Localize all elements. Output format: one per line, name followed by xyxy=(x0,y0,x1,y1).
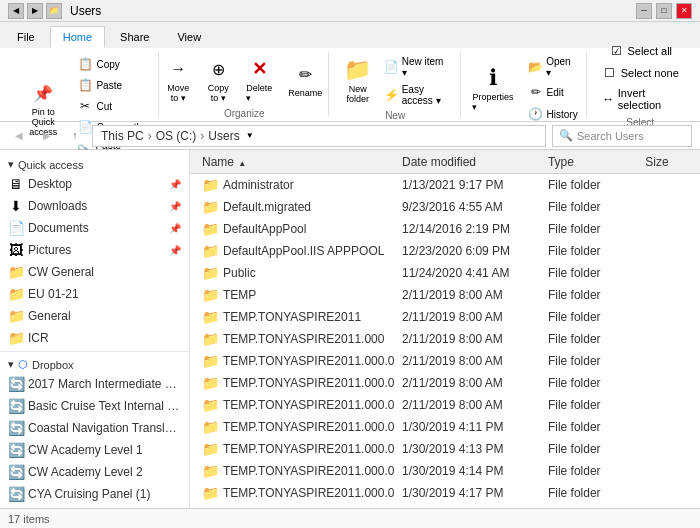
edit-icon: ✏ xyxy=(528,84,544,100)
invert-selection-btn[interactable]: ↔ Invert selection xyxy=(597,85,685,113)
pin-icon-desktop: 📌 xyxy=(169,179,181,190)
easy-access-btn[interactable]: ⚡ Easy access ▾ xyxy=(379,82,452,108)
tab-view[interactable]: View xyxy=(164,26,214,48)
properties-btn[interactable]: ℹ Properties ▾ xyxy=(465,63,520,115)
tab-home[interactable]: Home xyxy=(50,26,105,48)
file-name-cell: 📁TEMP.TONYASPIRE2011.000.001.002.003… xyxy=(194,485,394,501)
table-row[interactable]: 📁DefaultAppPool12/14/2016 2:19 PMFile fo… xyxy=(190,218,700,240)
table-row[interactable]: 📁TEMP.TONYASPIRE2011.000.001.002.003…1/3… xyxy=(190,438,700,460)
sidebar-item-cw-general[interactable]: 📁 CW General xyxy=(0,261,189,283)
new-folder-btn[interactable]: 📁 Newfolder xyxy=(339,55,377,107)
tab-file[interactable]: File xyxy=(4,26,48,48)
select-all-btn[interactable]: ☑ Select all xyxy=(603,41,677,61)
path-this-pc: This PC xyxy=(101,129,144,143)
window-back-btn[interactable]: ◀ xyxy=(8,3,24,19)
copy-to-icon: ⊕ xyxy=(206,57,230,81)
delete-btn[interactable]: ✕ Delete ▾ xyxy=(239,54,279,106)
select-none-btn[interactable]: ☐ Select none xyxy=(597,63,684,83)
copy-btn[interactable]: 📋 Copy xyxy=(72,54,149,74)
table-row[interactable]: 📁Public11/24/2020 4:41 AMFile folder xyxy=(190,262,700,284)
file-type-cell: File folder xyxy=(540,244,637,258)
file-name: TEMP.TONYASPIRE2011.000 xyxy=(223,332,384,346)
table-row[interactable]: 📁TEMP.TONYASPIRE2011.000.001.002.003…1/3… xyxy=(190,504,700,508)
table-row[interactable]: 📁Administrator1/13/2021 9:17 PMFile fold… xyxy=(190,174,700,196)
file-name-cell: 📁DefaultAppPool.IIS APPPOOL xyxy=(194,243,394,259)
folder-icon: 📁 xyxy=(202,177,219,193)
sidebar-item-pictures[interactable]: 🖼 Pictures 📌 xyxy=(0,239,189,261)
file-name-cell: 📁TEMP.TONYASPIRE2011.000.001 xyxy=(194,353,394,369)
sidebar-item-desktop[interactable]: 🖥 Desktop 📌 xyxy=(0,173,189,195)
table-row[interactable]: 📁TEMP.TONYASPIRE2011.000.0012/11/2019 8:… xyxy=(190,350,700,372)
dropbox-header[interactable]: ▾ ⬡ Dropbox xyxy=(0,354,189,373)
dropbox-item-icon-3: 🔄 xyxy=(8,442,24,458)
table-row[interactable]: 📁TEMP.TONYASPIRE2011.000.001.002.003…1/3… xyxy=(190,460,700,482)
table-row[interactable]: 📁DefaultAppPool.IIS APPPOOL12/23/2020 6:… xyxy=(190,240,700,262)
window-forward-btn[interactable]: ▶ xyxy=(27,3,43,19)
sidebar-item-dropbox-1[interactable]: 🔄 Basic Cruise Text Internal Review… xyxy=(0,395,189,417)
sidebar-item-dropbox-2[interactable]: 🔄 Coastal Navigation Translation xyxy=(0,417,189,439)
col-type[interactable]: Type xyxy=(540,155,637,169)
table-row[interactable]: 📁TEMP.TONYASPIRE20112/11/2019 8:00 AMFil… xyxy=(190,306,700,328)
cw-general-icon: 📁 xyxy=(8,264,24,280)
sidebar-item-dropbox-0[interactable]: 🔄 2017 March Intermediate Nav Ex… xyxy=(0,373,189,395)
folder-icon: 📁 xyxy=(202,199,219,215)
general-icon: 📁 xyxy=(8,308,24,324)
dropbox-item-icon-4: 🔄 xyxy=(8,464,24,480)
file-type-cell: File folder xyxy=(540,310,637,324)
sidebar-item-icr[interactable]: 📁 ICR xyxy=(0,327,189,349)
nav-forward-btn[interactable]: ▶ xyxy=(36,125,58,147)
move-to-btn[interactable]: → Moveto ▾ xyxy=(159,54,197,106)
sidebar-item-dropbox-3[interactable]: 🔄 CW Academy Level 1 xyxy=(0,439,189,461)
sidebar-item-documents[interactable]: 📄 Documents 📌 xyxy=(0,217,189,239)
table-row[interactable]: 📁TEMP2/11/2019 8:00 AMFile folder xyxy=(190,284,700,306)
sidebar-item-dropbox-4[interactable]: 🔄 CW Academy Level 2 xyxy=(0,461,189,483)
paste-btn[interactable]: 📋 Paste xyxy=(72,75,149,95)
open-icon: 📂 xyxy=(528,59,544,75)
file-name-cell: 📁Default.migrated xyxy=(194,199,394,215)
sidebar-divider-1 xyxy=(0,351,189,352)
copy-icon: 📋 xyxy=(77,56,93,72)
file-name-cell: 📁Administrator xyxy=(194,177,394,193)
window-icon: 📁 xyxy=(46,3,62,19)
pin-icon: 📌 xyxy=(31,81,55,105)
edit-btn[interactable]: ✏ Edit xyxy=(523,82,583,102)
col-date[interactable]: Date modified xyxy=(394,155,540,169)
organize-group: → Moveto ▾ ⊕ Copyto ▾ ✕ Delete ▾ ✏ Renam… xyxy=(161,52,329,117)
history-btn[interactable]: 🕐 History xyxy=(523,104,583,124)
maximize-btn[interactable]: □ xyxy=(656,3,672,19)
sidebar-item-dropbox-6[interactable]: 🔄 Ham Radio xyxy=(0,505,189,508)
table-row[interactable]: 📁Default.migrated9/23/2016 4:55 AMFile f… xyxy=(190,196,700,218)
search-box[interactable]: 🔍 Search Users xyxy=(552,125,692,147)
file-name: TEMP.TONYASPIRE2011.000.001 xyxy=(223,354,394,368)
sidebar-item-dropbox-5[interactable]: 🔄 CYA Cruising Panel (1) xyxy=(0,483,189,505)
file-name-cell: 📁TEMP.TONYASPIRE2011.000 xyxy=(194,331,394,347)
nav-up-btn[interactable]: ↑ xyxy=(64,125,86,147)
sidebar-item-downloads[interactable]: ⬇ Downloads 📌 xyxy=(0,195,189,217)
tab-share[interactable]: Share xyxy=(107,26,162,48)
address-path[interactable]: This PC › OS (C:) › Users ▼ xyxy=(92,125,546,147)
col-size[interactable]: Size xyxy=(637,155,696,169)
table-row[interactable]: 📁TEMP.TONYASPIRE2011.0002/11/2019 8:00 A… xyxy=(190,328,700,350)
pin-icon-pictures: 📌 xyxy=(169,245,181,256)
table-row[interactable]: 📁TEMP.TONYASPIRE2011.000.001.002.003…1/3… xyxy=(190,482,700,504)
minimize-btn[interactable]: ─ xyxy=(636,3,652,19)
open-btn[interactable]: 📂 Open ▾ xyxy=(523,54,583,80)
copy-to-btn[interactable]: ⊕ Copyto ▾ xyxy=(199,54,237,106)
close-btn[interactable]: ✕ xyxy=(676,3,692,19)
col-name[interactable]: Name ▲ xyxy=(194,155,394,169)
file-name: TEMP.TONYASPIRE2011.000.001.002 xyxy=(223,376,394,390)
file-date-cell: 2/11/2019 8:00 AM xyxy=(394,332,540,346)
table-row[interactable]: 📁TEMP.TONYASPIRE2011.000.001.002.0032/11… xyxy=(190,394,700,416)
sidebar-item-eu-01-21[interactable]: 📁 EU 01-21 xyxy=(0,283,189,305)
rename-btn[interactable]: ✏ Rename xyxy=(281,59,329,101)
downloads-icon: ⬇ xyxy=(8,198,24,214)
new-item-btn[interactable]: 📄 New item ▾ xyxy=(379,54,452,80)
table-row[interactable]: 📁TEMP.TONYASPIRE2011.000.001.002.003…1/3… xyxy=(190,416,700,438)
cut-btn[interactable]: ✂ Cut xyxy=(72,96,149,116)
sidebar-item-general[interactable]: 📁 General xyxy=(0,305,189,327)
table-row[interactable]: 📁TEMP.TONYASPIRE2011.000.001.0022/11/201… xyxy=(190,372,700,394)
dropbox-item-icon-0: 🔄 xyxy=(8,376,24,392)
icr-icon: 📁 xyxy=(8,330,24,346)
nav-back-btn[interactable]: ◀ xyxy=(8,125,30,147)
quick-access-header: ▾ Quick access xyxy=(0,154,189,173)
